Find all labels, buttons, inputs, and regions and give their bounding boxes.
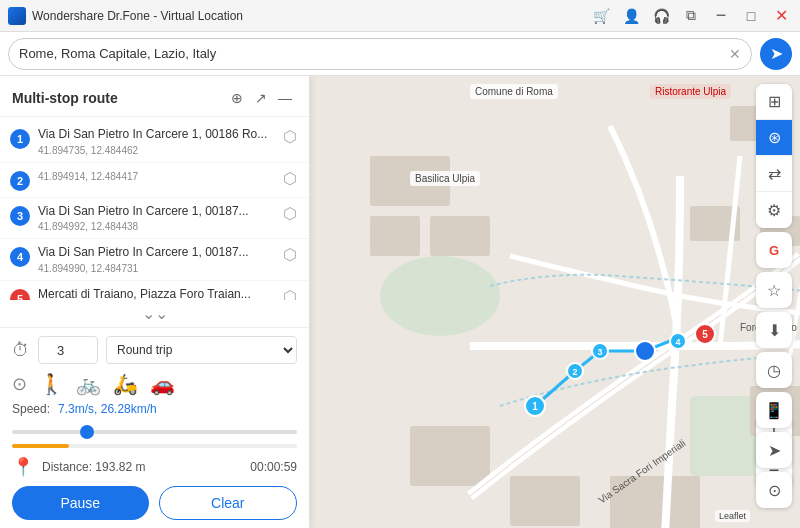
panel-header: Multi-stop route ⊕ ↗ —: [0, 76, 309, 117]
headphone-icon[interactable]: 🎧: [650, 5, 672, 27]
cart-icon[interactable]: 🛒: [590, 5, 612, 27]
clear-button[interactable]: Clear: [159, 486, 298, 520]
stop-list: 1Via Di San Pietro In Carcere 1, 00186 R…: [0, 117, 309, 300]
walk-icon[interactable]: 🚶: [39, 372, 64, 396]
stop-action-icon[interactable]: ⬡: [281, 169, 299, 188]
app-icon: [8, 7, 26, 25]
map-route-svg: 1 2 3 4 5 Foro Traiano: [310, 76, 800, 528]
transport-mode-row: ⊙ 🚶 🚲 🛵 🚗: [12, 372, 297, 396]
stop-address: Via Di San Pietro In Carcere 1, 00187...: [38, 245, 273, 261]
go-button[interactable]: ➤: [760, 38, 792, 70]
bottom-controls: ⏱ Round trip One-way Loop ⊙ 🚶 🚲 🛵 🚗 Spee…: [0, 327, 309, 528]
speed-slider[interactable]: [12, 430, 297, 434]
bookmark-btn[interactable]: ☆: [756, 272, 792, 308]
stop-address: Via Di San Pietro In Carcere 1, 00186 Ro…: [38, 127, 273, 143]
trip-type-select[interactable]: Round trip One-way Loop: [106, 336, 297, 364]
stop-action-icon[interactable]: ⬡: [281, 287, 299, 300]
map-transfer-btn[interactable]: ⇄: [756, 156, 792, 192]
stop-action-icon[interactable]: ⬡: [281, 127, 299, 146]
user-icon[interactable]: 👤: [620, 5, 642, 27]
distance-label: Distance: 193.82 m: [42, 460, 242, 474]
trip-count-input[interactable]: [38, 336, 98, 364]
stop-address: Via Di San Pietro In Carcere 1, 00187...: [38, 204, 273, 220]
device-btn[interactable]: 📱: [756, 392, 792, 428]
distance-row: 📍 Distance: 193.82 m 00:00:59: [12, 456, 297, 478]
maximize-button[interactable]: □: [740, 5, 762, 27]
stop-number: 3: [10, 206, 30, 226]
stop-number: 2: [10, 171, 30, 191]
timer-icon: ⏱: [12, 340, 30, 361]
stop-coords: 41.894914, 12.484417: [38, 171, 273, 182]
stop-number: 1: [10, 129, 30, 149]
action-buttons-row: Pause Clear: [12, 486, 297, 520]
app-title: Wondershare Dr.Fone - Virtual Location: [32, 9, 590, 23]
stop-coords: 41.894992, 12.484438: [38, 221, 273, 232]
stop-number: 4: [10, 247, 30, 267]
stop-action-icon[interactable]: ⬡: [281, 204, 299, 223]
map-label-basilica: Basilica Ulpia: [410, 171, 480, 186]
stop-number: 5: [10, 289, 30, 300]
title-bar: Wondershare Dr.Fone - Virtual Location 🛒…: [0, 0, 800, 32]
map-settings-btn[interactable]: ⚙: [756, 192, 792, 228]
save-route-icon[interactable]: ⊕: [225, 86, 249, 110]
stop-item: 5Mercati di Traiano, Piazza Foro Traian.…: [0, 281, 309, 300]
speed-row: Speed: 7.3m/s, 26.28km/h: [12, 402, 297, 416]
leaflet-attr: Leaflet: [715, 510, 750, 522]
bike-icon[interactable]: 🚲: [76, 372, 101, 396]
scooter-icon[interactable]: 🛵: [113, 372, 138, 396]
map-mode-group: ⊞ ⊛ ⇄ ⚙: [756, 84, 792, 228]
more-stops-button[interactable]: ⌄⌄: [0, 300, 309, 327]
stop-coords: 41.894735, 12.484462: [38, 145, 273, 156]
distance-progress-fill: [12, 444, 69, 448]
distance-progress-bar: [12, 444, 297, 448]
car-icon[interactable]: 🚗: [150, 372, 175, 396]
svg-text:5: 5: [702, 329, 708, 340]
collapse-icon[interactable]: —: [273, 86, 297, 110]
download-btn[interactable]: ⬇: [756, 312, 792, 348]
speedometer-icon: ⊙: [12, 373, 27, 395]
svg-text:2: 2: [572, 367, 577, 377]
clear-search-icon[interactable]: ✕: [729, 46, 741, 62]
stop-info: Via Di San Pietro In Carcere 1, 00187...…: [38, 245, 273, 274]
map-area[interactable]: 1 2 3 4 5 Foro Traiano Comune di Rom: [310, 76, 800, 528]
share-icon[interactable]: ⧉: [680, 5, 702, 27]
svg-point-24: [635, 341, 655, 361]
stop-item: 1Via Di San Pietro In Carcere 1, 00186 R…: [0, 121, 309, 163]
search-input-wrap: ✕: [8, 38, 752, 70]
map-route-btn[interactable]: ⊛: [756, 120, 792, 156]
main-area: Multi-stop route ⊕ ↗ — 1Via Di San Pietr…: [0, 76, 800, 528]
search-bar: ✕ ➤: [0, 32, 800, 76]
stop-item: 241.894914, 12.484417⬡: [0, 163, 309, 198]
stop-coords: 41.894990, 12.484731: [38, 263, 273, 274]
stop-address: Mercati di Traiano, Piazza Foro Traian..…: [38, 287, 273, 300]
svg-text:4: 4: [675, 337, 680, 347]
navigate-btn[interactable]: ➤: [756, 432, 792, 468]
speed-label: Speed:: [12, 402, 50, 416]
target-btn[interactable]: ⊙: [756, 472, 792, 508]
stop-info: Via Di San Pietro In Carcere 1, 00187...…: [38, 204, 273, 233]
stop-info: 41.894914, 12.484417: [38, 169, 273, 182]
map-label-ristorante: Ristorante Ulpia: [650, 84, 731, 99]
history-btn[interactable]: ◷: [756, 352, 792, 388]
minimize-button[interactable]: −: [710, 5, 732, 27]
distance-icon: 📍: [12, 456, 34, 478]
pause-button[interactable]: Pause: [12, 486, 149, 520]
close-button[interactable]: ✕: [770, 5, 792, 27]
google-maps-btn[interactable]: G: [756, 232, 792, 268]
right-toolbar: ⊞ ⊛ ⇄ ⚙ G ☆ ⬇ ◷ 📱 ➤ ⊙: [756, 84, 792, 508]
speed-value: 7.3m/s, 26.28km/h: [58, 402, 157, 416]
map-grid-btn[interactable]: ⊞: [756, 84, 792, 120]
map-label-comune: Comune di Roma: [470, 84, 558, 99]
search-input[interactable]: [19, 46, 725, 61]
stop-item: 3Via Di San Pietro In Carcere 1, 00187..…: [0, 198, 309, 240]
export-icon[interactable]: ↗: [249, 86, 273, 110]
panel-title: Multi-stop route: [12, 90, 225, 106]
distance-time: 00:00:59: [250, 460, 297, 474]
trip-settings-row: ⏱ Round trip One-way Loop: [12, 336, 297, 364]
stop-action-icon[interactable]: ⬡: [281, 245, 299, 264]
svg-text:1: 1: [532, 401, 538, 412]
stop-info: Mercati di Traiano, Piazza Foro Traian..…: [38, 287, 273, 300]
svg-text:3: 3: [597, 347, 602, 357]
window-controls: 🛒 👤 🎧 ⧉ − □ ✕: [590, 5, 792, 27]
side-panel: Multi-stop route ⊕ ↗ — 1Via Di San Pietr…: [0, 76, 310, 528]
